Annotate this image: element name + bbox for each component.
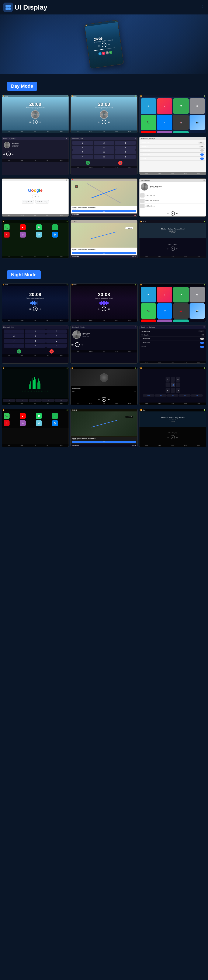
nav-fn-4[interactable]: 2D	[179, 395, 191, 396]
nav-arrow-right[interactable]: →	[176, 382, 180, 387]
night-num-2[interactable]: 2	[25, 329, 46, 334]
cp-phone[interactable]: 📞	[4, 224, 9, 230]
eq-nav-2[interactable]: ▷	[16, 399, 28, 402]
num-9[interactable]: 9	[115, 150, 136, 154]
search-bar[interactable]: 🔍	[32, 194, 39, 198]
social-track-1[interactable]: 华孝庄_对坐.mp3	[140, 193, 205, 198]
cp-whatsapp[interactable]: 💬	[36, 224, 42, 230]
night-num-8[interactable]: 8	[25, 339, 46, 343]
night-num-7[interactable]: 7	[4, 339, 24, 343]
night-call-end[interactable]: 📵	[49, 349, 54, 353]
night-next-1[interactable]: ⏭	[39, 308, 41, 310]
night-app-music[interactable]: ♪	[157, 287, 173, 302]
night-device-name-value[interactable]: CarBT	[199, 330, 204, 332]
play-pause-button[interactable]: ⏸	[101, 42, 107, 48]
night-app-phone[interactable]: 📞	[141, 303, 156, 319]
app-settings[interactable]: ⚙	[189, 98, 205, 114]
night-app-purple[interactable]: ★	[157, 320, 173, 322]
next-btn-1[interactable]: ⏭	[39, 121, 41, 123]
app-orange[interactable]: ⊕	[189, 131, 205, 133]
num-1[interactable]: 1	[72, 141, 93, 145]
app-telegram[interactable]: ✈	[141, 98, 156, 114]
night-bt-prev[interactable]: ⏮	[71, 344, 74, 346]
night-np-prev[interactable]: ⏮	[167, 436, 169, 439]
night-next-2[interactable]: ⏭	[108, 308, 110, 310]
night-app-maps[interactable]: 🗺	[173, 287, 189, 302]
auto-connect-toggle[interactable]	[200, 153, 204, 156]
night-app-camera[interactable]: 📷	[189, 303, 205, 319]
app-phone[interactable]: 📞	[141, 115, 156, 130]
social-track-2[interactable]: 华孝庄_对坐_对坐.mp3	[140, 198, 205, 204]
play-btn-1[interactable]: ⏸	[33, 119, 38, 124]
bt-next[interactable]: ⏭	[12, 153, 14, 155]
np-prev[interactable]: ⏮	[167, 248, 169, 250]
nav-fn-1[interactable]: MAP	[143, 395, 154, 396]
social-track-3[interactable]: 华孝庄_对坐.mp3	[140, 204, 205, 209]
night-call-answer[interactable]: 📞	[17, 349, 21, 353]
app-youtube[interactable]: ▶	[141, 131, 156, 133]
device-name-value[interactable]: CarBT	[199, 142, 204, 144]
np-play[interactable]: ▶	[171, 247, 175, 251]
eq-nav-5[interactable]: OK	[55, 399, 68, 402]
night-cpnav-go[interactable]: GO	[72, 441, 136, 443]
num-7[interactable]: 7	[72, 150, 93, 154]
night-bt-next[interactable]: ⏭	[81, 344, 83, 346]
night-cp-phone[interactable]: 📞	[4, 413, 9, 419]
go-button[interactable]: GO	[72, 210, 136, 212]
night-cp-whatsapp[interactable]: 💬	[36, 413, 42, 419]
num-3[interactable]: 3	[115, 141, 136, 145]
nav-arrow-downleft[interactable]: ↙	[165, 388, 170, 393]
night-app-youtube[interactable]: ▶	[141, 320, 156, 322]
app-music[interactable]: ♪	[157, 98, 173, 114]
night-device-pin-value[interactable]: 0000	[200, 334, 204, 336]
app-maps[interactable]: 🗺	[173, 98, 189, 114]
night-auto-connect-toggle[interactable]	[200, 342, 204, 344]
night-auto-answer-toggle[interactable]	[200, 337, 204, 340]
night-cp-youtube[interactable]: ▶	[20, 413, 26, 419]
night-num-star[interactable]: *	[4, 344, 24, 348]
cp-purple[interactable]: ⊕	[20, 232, 26, 237]
night-app-bt[interactable]: BT	[157, 303, 173, 319]
social-next[interactable]: ⏭	[176, 212, 178, 215]
app-purple[interactable]: ★	[157, 131, 173, 133]
app-bt[interactable]: BT	[157, 115, 173, 130]
cpnav-go[interactable]: GO	[72, 252, 136, 254]
eq-nav-3[interactable]: △	[29, 399, 42, 402]
night-num-4[interactable]: 4	[4, 334, 24, 338]
cp-netflix[interactable]: N	[4, 232, 9, 237]
night-cp-spotify[interactable]: ♪	[52, 413, 58, 419]
google-lucky-btn[interactable]: I'm Feeling Lucky	[35, 200, 49, 204]
night-num-1[interactable]: 1	[4, 329, 24, 334]
hamburger-icon[interactable]: ⋮	[200, 4, 205, 10]
call-end[interactable]: 📵	[118, 161, 123, 165]
night-app-teal[interactable]: ☁	[173, 320, 189, 322]
next-btn-2[interactable]: ⏭	[108, 121, 110, 123]
power-toggle[interactable]	[200, 158, 204, 160]
night-prev-2[interactable]: ⏮	[98, 308, 100, 310]
nav-arrow-downright[interactable]: ↘	[176, 388, 180, 393]
cp-waze[interactable]: W	[36, 232, 42, 237]
night-cp-purple[interactable]: ⊕	[20, 420, 26, 426]
nav-arrow-up[interactable]: ↑	[171, 377, 175, 382]
night-play-2[interactable]: ⏸	[102, 307, 106, 311]
video-prev[interactable]: ⏮	[98, 398, 100, 401]
num-2[interactable]: 2	[94, 141, 114, 145]
nav-arrow-left[interactable]: ←	[165, 382, 170, 387]
night-num-6[interactable]: 6	[46, 334, 67, 338]
night-app-telegram[interactable]: ✈	[141, 287, 156, 302]
eq-nav-1[interactable]: ◁	[3, 399, 16, 402]
night-np-next[interactable]: ⏭	[176, 436, 178, 439]
google-search-btn[interactable]: Google Search	[22, 200, 34, 204]
nav-fn-2[interactable]: SAT	[155, 395, 167, 396]
night-bt-play[interactable]: ▶	[75, 342, 80, 347]
prev-btn-1[interactable]: ⏮	[30, 121, 32, 123]
night-cp-bt[interactable]: 📡	[52, 420, 58, 426]
num-8[interactable]: 8	[94, 150, 114, 154]
nav-arrow-down[interactable]: ↓	[171, 388, 175, 393]
np-next[interactable]: ⏭	[176, 248, 178, 250]
night-num-0[interactable]: 0	[25, 344, 46, 348]
play-btn-2[interactable]: ⏸	[102, 119, 106, 124]
night-num-3[interactable]: 3	[46, 329, 67, 334]
num-hash[interactable]: #	[115, 155, 136, 159]
social-prev[interactable]: ⏮	[167, 212, 169, 215]
